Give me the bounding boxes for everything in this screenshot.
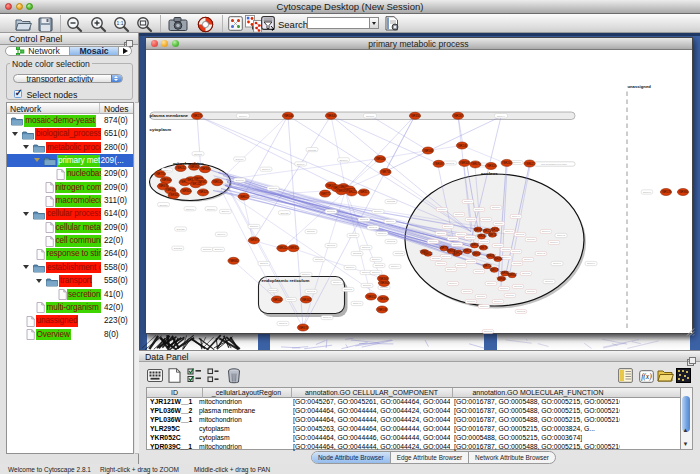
svg-text:YBR710: YBR710 (482, 264, 492, 268)
svg-text:YBR352: YBR352 (288, 246, 298, 250)
svg-text:YBR541: YBR541 (272, 298, 282, 302)
svg-text:Sacc29: Sacc29 (527, 290, 536, 293)
svg-text:Sacc20: Sacc20 (494, 244, 503, 247)
svg-text:YBR324: YBR324 (486, 164, 496, 168)
svg-text:YBR924: YBR924 (181, 189, 191, 193)
svg-text:Sacc87: Sacc87 (500, 287, 509, 290)
svg-text:YBR263: YBR263 (476, 234, 486, 238)
svg-text:YBR275: YBR275 (192, 114, 202, 118)
svg-text:YBR508: YBR508 (459, 161, 469, 165)
svg-text:YBR771: YBR771 (320, 192, 330, 196)
svg-text:YBR317: YBR317 (358, 190, 368, 194)
svg-text:cytoplasm: cytoplasm (149, 127, 171, 132)
svg-text:Sacc80: Sacc80 (250, 225, 259, 228)
svg-text:Sacc35: Sacc35 (308, 149, 317, 152)
svg-text:Sacc67: Sacc67 (221, 210, 230, 213)
svg-text:YBR538: YBR538 (377, 308, 387, 312)
svg-text:Sacc91: Sacc91 (475, 270, 484, 273)
svg-text:Sacc48: Sacc48 (447, 268, 456, 271)
svg-text:Sacc30: Sacc30 (527, 238, 536, 241)
svg-text:Sacc47: Sacc47 (505, 230, 514, 233)
svg-text:Sacc19: Sacc19 (362, 271, 371, 274)
svg-text:Sacc49: Sacc49 (512, 215, 521, 218)
svg-text:Sacc44: Sacc44 (497, 115, 506, 118)
svg-text:YBR267: YBR267 (453, 114, 463, 118)
svg-text:Sacc43: Sacc43 (537, 252, 546, 255)
svg-text:Sacc37: Sacc37 (363, 284, 372, 287)
svg-text:Sacc30: Sacc30 (463, 290, 472, 293)
svg-text:YBR510: YBR510 (212, 180, 222, 184)
svg-text:YBR217: YBR217 (453, 251, 463, 255)
svg-text:Sacc62: Sacc62 (360, 218, 369, 221)
svg-text:Sacc40: Sacc40 (353, 302, 362, 305)
svg-text:unassigned: unassigned (627, 84, 651, 89)
svg-text:Sacc56: Sacc56 (492, 206, 501, 209)
svg-text:mitochondrion: mitochondrion (173, 161, 204, 166)
svg-text:Sacc77: Sacc77 (553, 262, 562, 265)
svg-text:Sacc39: Sacc39 (307, 230, 316, 233)
svg-text:GO annotation text label: GO annotation text label (541, 163, 567, 166)
svg-text:Sacc53: Sacc53 (173, 247, 182, 250)
svg-text:Sacc49: Sacc49 (296, 163, 305, 166)
svg-text:Sacc61: Sacc61 (339, 159, 348, 162)
svg-text:Sacc74: Sacc74 (524, 258, 533, 261)
svg-text:Sacc94: Sacc94 (391, 265, 400, 268)
svg-text:Sacc12: Sacc12 (280, 212, 289, 215)
svg-text:Sacc10: Sacc10 (346, 266, 355, 269)
svg-text:Sacc75: Sacc75 (344, 288, 353, 291)
svg-text:Sacc87: Sacc87 (545, 280, 554, 283)
svg-text:Sacc68: Sacc68 (542, 230, 551, 233)
svg-text:Sacc22: Sacc22 (387, 200, 396, 203)
svg-text:Sacc39: Sacc39 (349, 234, 358, 237)
svg-text:Sacc83: Sacc83 (375, 264, 384, 267)
svg-text:Sacc40: Sacc40 (475, 208, 484, 211)
svg-text:Sacc22: Sacc22 (395, 252, 404, 255)
svg-text:YBR611: YBR611 (238, 195, 248, 199)
svg-text:Sacc38: Sacc38 (203, 248, 212, 251)
svg-text:Sacc64: Sacc64 (287, 298, 296, 301)
svg-text:YBR470: YBR470 (470, 162, 480, 166)
svg-text:Sacc94: Sacc94 (494, 300, 503, 303)
svg-text:Sacc12: Sacc12 (517, 310, 526, 313)
svg-text:Sacc70: Sacc70 (378, 232, 387, 235)
svg-text:Sacc51: Sacc51 (449, 237, 458, 240)
svg-text:YBR796: YBR796 (478, 246, 488, 250)
svg-text:YBR132: YBR132 (190, 182, 200, 186)
svg-text:Sacc31: Sacc31 (522, 272, 531, 275)
svg-text:Sacc18: Sacc18 (214, 248, 223, 251)
svg-text:Sacc43: Sacc43 (557, 234, 566, 237)
svg-text:Sacc23: Sacc23 (467, 260, 476, 263)
svg-text:YBR755: YBR755 (155, 172, 165, 176)
svg-text:YBR666: YBR666 (496, 277, 506, 281)
svg-text:Sacc92: Sacc92 (467, 218, 476, 221)
svg-text:Sacc17: Sacc17 (260, 262, 269, 265)
svg-text:YBR646: YBR646 (283, 114, 293, 118)
svg-text:YBR862: YBR862 (228, 259, 238, 263)
svg-text:Sacc19: Sacc19 (302, 273, 311, 276)
svg-text:YBR350: YBR350 (410, 114, 420, 118)
svg-text:Sacc86: Sacc86 (437, 232, 446, 235)
svg-text:Sacc18: Sacc18 (362, 246, 371, 249)
svg-text:f(x): f(x) (641, 372, 652, 381)
svg-text:Sacc14: Sacc14 (372, 258, 381, 261)
svg-text:plasma membrane: plasma membrane (149, 113, 188, 118)
svg-text:Sacc35: Sacc35 (514, 285, 523, 288)
svg-text:Sacc10: Sacc10 (550, 241, 559, 244)
svg-text:Sacc26: Sacc26 (432, 257, 441, 260)
svg-text:Sacc45: Sacc45 (323, 316, 332, 319)
svg-text:YBR835: YBR835 (336, 189, 346, 193)
svg-text:YBR246: YBR246 (457, 144, 467, 148)
svg-text:Sacc74: Sacc74 (487, 282, 496, 285)
svg-text:Sacc82: Sacc82 (480, 240, 489, 243)
svg-text:Sacc44: Sacc44 (163, 169, 172, 172)
svg-text:YBR579: YBR579 (489, 268, 499, 272)
svg-text:Sacc83: Sacc83 (387, 240, 396, 243)
svg-text:Sacc79: Sacc79 (235, 158, 244, 161)
svg-text:Sacc78: Sacc78 (442, 255, 451, 258)
svg-text:Sacc25: Sacc25 (176, 228, 185, 231)
svg-text:Sacc53: Sacc53 (482, 218, 491, 221)
svg-text:Sacc58: Sacc58 (366, 115, 375, 118)
svg-text:Sacc10: Sacc10 (429, 240, 438, 243)
svg-text:YBR886: YBR886 (200, 167, 210, 171)
svg-text:Sacc95: Sacc95 (279, 322, 288, 325)
